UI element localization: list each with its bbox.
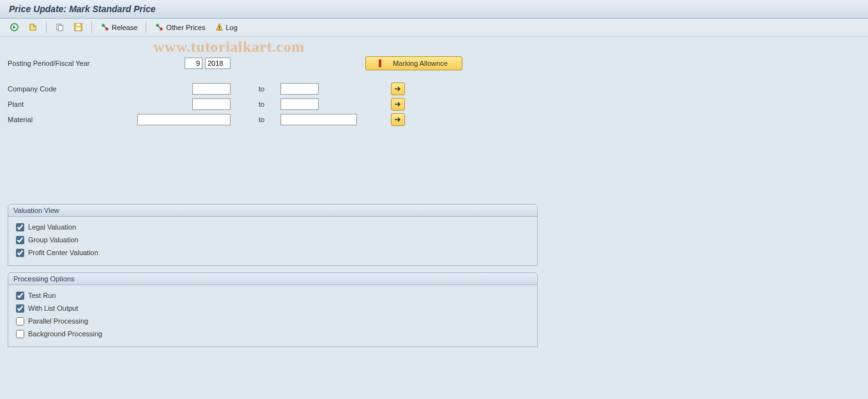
content-area: www.tutorialkart.com Posting Period/Fisc… <box>0 36 868 397</box>
variant-icon <box>28 22 38 32</box>
arrow-right-icon <box>394 115 402 125</box>
processing-options-title: Processing Options <box>8 273 537 285</box>
save-icon <box>73 22 83 32</box>
parallel-processing-label: Parallel Processing <box>28 317 88 325</box>
with-list-output-checkbox[interactable] <box>16 304 24 313</box>
test-run-label: Test Run <box>28 292 56 299</box>
svg-rect-11 <box>218 29 219 29</box>
company-code-row: Company Code to <box>8 81 860 97</box>
plant-to-input[interactable] <box>280 98 319 110</box>
to-label: to <box>233 116 278 123</box>
other-prices-label: Other Prices <box>166 24 205 31</box>
log-icon <box>215 22 224 32</box>
company-code-from-input[interactable] <box>192 83 231 95</box>
group-valuation-label: Group Valuation <box>28 236 79 244</box>
marking-allowance-button[interactable]: Marking Allownce <box>365 56 462 70</box>
legal-valuation-label: Legal Valuation <box>28 223 76 231</box>
posting-period-row: Posting Period/Fiscal Year Marking Allow… <box>8 56 860 71</box>
posting-period-input[interactable] <box>185 58 202 69</box>
plant-label: Plant <box>8 100 167 108</box>
save-button[interactable] <box>70 20 86 34</box>
get-variant-button[interactable] <box>25 20 41 34</box>
toolbar-separator <box>91 22 92 33</box>
company-code-multiselect-button[interactable] <box>391 82 405 95</box>
with-list-output-label: With List Output <box>28 304 78 312</box>
svg-rect-2 <box>59 26 63 31</box>
processing-options-group: Processing Options Test Run With List Ou… <box>8 272 538 347</box>
svg-rect-4 <box>77 24 80 26</box>
legal-valuation-checkbox[interactable] <box>16 223 24 231</box>
watermark-text: www.tutorialkart.com <box>153 38 305 56</box>
valuation-view-title: Valuation View <box>8 205 537 217</box>
marking-allowance-label: Marking Allownce <box>393 59 448 67</box>
to-label: to <box>233 100 278 108</box>
background-processing-label: Background Processing <box>28 330 102 338</box>
application-toolbar: Release Other Prices Log <box>0 19 868 36</box>
material-from-input[interactable] <box>137 114 231 125</box>
test-run-checkbox[interactable] <box>16 292 24 300</box>
fiscal-year-input[interactable] <box>205 58 231 69</box>
page-title: Price Update: Mark Standard Price <box>9 4 156 14</box>
profit-center-valuation-label: Profit Center Valuation <box>28 249 98 256</box>
arrow-right-icon <box>394 84 402 94</box>
to-label: to <box>233 85 278 93</box>
release-label: Release <box>112 24 137 31</box>
company-code-to-input[interactable] <box>280 83 319 95</box>
material-to-input[interactable] <box>280 114 357 125</box>
profit-center-valuation-checkbox[interactable] <box>16 249 24 257</box>
release-icon <box>100 22 110 32</box>
plant-row: Plant to <box>8 97 860 112</box>
company-code-label: Company Code <box>8 85 167 93</box>
arrow-right-icon <box>394 100 402 109</box>
svg-rect-10 <box>218 26 219 29</box>
posting-period-label: Posting Period/Fiscal Year <box>8 59 167 67</box>
log-label: Log <box>226 24 238 31</box>
material-row: Material to <box>8 112 860 127</box>
copy-icon <box>55 22 65 32</box>
other-prices-button[interactable]: Other Prices <box>151 20 208 34</box>
group-valuation-checkbox[interactable] <box>16 236 24 244</box>
plant-from-input[interactable] <box>192 98 231 110</box>
material-multiselect-button[interactable] <box>391 113 405 126</box>
svg-rect-5 <box>76 27 81 30</box>
page-title-bar: Price Update: Mark Standard Price <box>0 0 868 19</box>
execute-button[interactable] <box>6 20 22 34</box>
toolbar-separator <box>46 22 47 33</box>
log-button[interactable]: Log <box>211 20 241 34</box>
other-prices-icon <box>155 22 164 32</box>
toolbar-separator <box>146 22 146 33</box>
copy-button[interactable] <box>52 20 68 34</box>
execute-icon <box>10 22 19 32</box>
release-button[interactable]: Release <box>97 20 141 34</box>
valuation-view-group: Valuation View Legal Valuation Group Val… <box>8 204 538 266</box>
parallel-processing-checkbox[interactable] <box>16 317 24 325</box>
plant-multiselect-button[interactable] <box>391 98 405 111</box>
background-processing-checkbox[interactable] <box>16 330 24 338</box>
status-indicator-icon <box>379 59 381 67</box>
